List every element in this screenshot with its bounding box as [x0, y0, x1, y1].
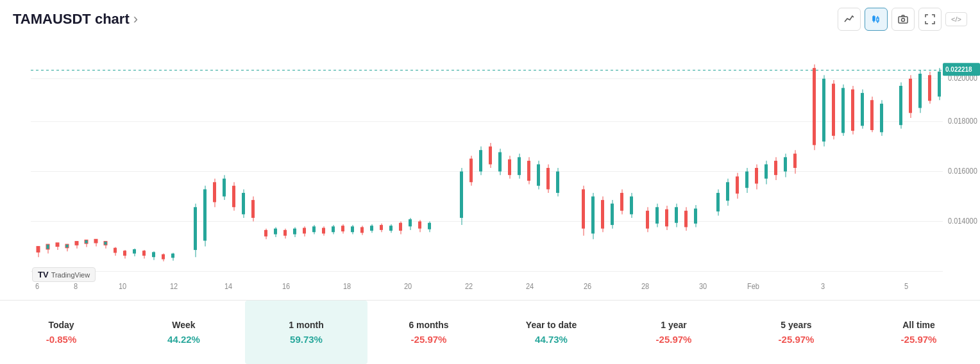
svg-rect-166 [736, 176, 739, 194]
chart-title[interactable]: TAMAUSDT chart › [13, 11, 138, 28]
candle-chart-button[interactable] [865, 8, 888, 31]
svg-rect-64 [171, 254, 174, 258]
period-1year-value: -25.97% [656, 334, 692, 345]
svg-text:16: 16 [282, 282, 290, 291]
embed-button[interactable]: </> [945, 12, 967, 26]
svg-text:30: 30 [699, 282, 707, 291]
svg-rect-182 [822, 79, 825, 142]
svg-rect-88 [303, 228, 306, 234]
svg-rect-116 [460, 172, 463, 218]
svg-text:0.016000: 0.016000 [948, 166, 977, 175]
svg-rect-180 [813, 68, 816, 145]
period-today[interactable]: Today -0.85% [0, 301, 122, 364]
svg-rect-90 [312, 226, 316, 232]
period-1month[interactable]: 1 month 59.73% [245, 301, 368, 364]
main-container: TAMAUSDT chart › [0, 0, 980, 364]
period-1year-label: 1 year [661, 320, 686, 330]
svg-rect-40 [56, 243, 59, 247]
svg-rect-0 [873, 17, 875, 21]
svg-rect-44 [75, 242, 78, 245]
svg-rect-50 [104, 242, 107, 245]
svg-rect-198 [909, 79, 912, 113]
period-week[interactable]: Week 44.22% [122, 301, 245, 364]
period-1month-value: 59.73% [290, 334, 323, 345]
svg-text:28: 28 [641, 282, 649, 291]
svg-rect-174 [774, 161, 777, 175]
svg-rect-82 [274, 229, 277, 235]
period-ytd-label: Year to date [526, 320, 577, 330]
svg-rect-138 [582, 189, 585, 228]
svg-point-7 [902, 19, 905, 22]
line-chart-button[interactable] [838, 8, 861, 31]
svg-rect-202 [928, 75, 931, 101]
period-6months[interactable]: 6 months -25.97% [368, 301, 490, 364]
svg-rect-94 [332, 226, 335, 232]
svg-rect-132 [537, 164, 540, 185]
svg-rect-204 [938, 72, 941, 97]
svg-rect-118 [469, 159, 473, 183]
period-1month-label: 1 month [289, 320, 323, 330]
svg-rect-3 [877, 18, 879, 21]
period-1year[interactable]: 1 year -25.97% [612, 301, 735, 364]
svg-rect-8 [0, 36, 980, 300]
svg-rect-188 [851, 90, 854, 131]
svg-rect-104 [380, 225, 383, 230]
period-week-label: Week [172, 320, 195, 330]
svg-rect-164 [726, 182, 729, 201]
period-today-value: -0.85% [46, 334, 77, 345]
svg-text:20: 20 [404, 282, 412, 291]
svg-text:0.014000: 0.014000 [948, 216, 977, 225]
chart-area: 0.020000 0.018000 0.016000 0.014000 6 8 … [0, 36, 980, 300]
svg-rect-78 [251, 200, 255, 218]
svg-rect-100 [360, 227, 364, 233]
svg-text:26: 26 [584, 282, 591, 291]
period-5years[interactable]: 5 years -25.97% [735, 301, 858, 364]
svg-rect-152 [655, 207, 659, 224]
svg-rect-38 [46, 244, 49, 249]
period-alltime[interactable]: All time -25.97% [858, 301, 980, 364]
svg-rect-178 [793, 154, 797, 168]
svg-rect-108 [399, 223, 402, 231]
svg-text:14: 14 [224, 282, 233, 291]
svg-text:24: 24 [526, 282, 534, 291]
svg-rect-120 [479, 150, 482, 171]
fullscreen-button[interactable] [918, 8, 942, 31]
svg-rect-96 [341, 226, 344, 231]
svg-rect-150 [646, 211, 649, 229]
svg-rect-134 [546, 168, 550, 189]
svg-rect-194 [880, 104, 883, 133]
period-5years-value: -25.97% [779, 334, 815, 345]
toolbar: </> [838, 8, 967, 31]
svg-rect-92 [322, 228, 325, 234]
svg-rect-140 [591, 197, 595, 234]
period-bar: Today -0.85% Week 44.22% 1 month 59.73% … [0, 300, 980, 364]
svg-rect-68 [203, 189, 207, 240]
svg-text:6: 6 [35, 282, 39, 291]
svg-rect-124 [498, 153, 502, 172]
svg-text:10: 10 [119, 282, 127, 291]
svg-rect-48 [94, 239, 97, 243]
svg-rect-156 [675, 207, 678, 222]
svg-text:5: 5 [904, 282, 908, 291]
svg-text:22: 22 [465, 282, 473, 291]
svg-rect-106 [389, 226, 393, 231]
svg-rect-172 [765, 164, 768, 178]
period-alltime-label: All time [902, 320, 935, 330]
svg-rect-74 [232, 186, 235, 207]
svg-rect-86 [293, 229, 296, 235]
svg-rect-128 [518, 157, 521, 175]
period-6months-label: 6 months [409, 320, 448, 330]
svg-rect-54 [123, 251, 126, 256]
svg-rect-200 [918, 74, 922, 108]
svg-rect-146 [620, 193, 623, 211]
svg-rect-70 [213, 182, 216, 202]
camera-button[interactable] [891, 8, 915, 31]
svg-rect-176 [784, 157, 787, 171]
period-5years-label: 5 years [781, 320, 811, 330]
svg-text:Feb: Feb [747, 282, 759, 291]
svg-rect-98 [351, 226, 354, 232]
svg-rect-72 [223, 179, 226, 197]
svg-rect-60 [152, 252, 155, 257]
svg-rect-136 [556, 172, 559, 193]
period-ytd[interactable]: Year to date 44.73% [490, 301, 612, 364]
